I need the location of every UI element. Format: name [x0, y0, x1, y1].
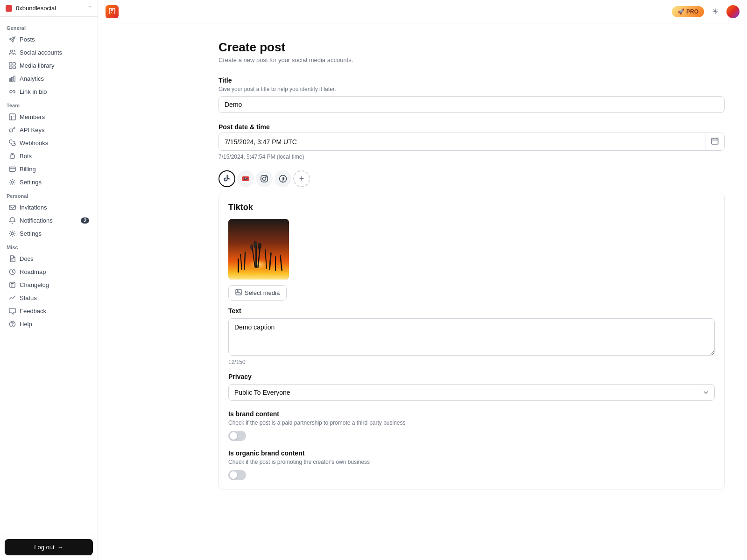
feedback-icon: [8, 307, 16, 315]
link-icon: [8, 88, 16, 95]
mail-icon: [8, 203, 16, 211]
layout-icon: [8, 113, 16, 120]
platform-tab-youtube[interactable]: [237, 170, 254, 187]
logout-button[interactable]: Log out →: [5, 539, 93, 555]
header-avatar: [106, 5, 119, 18]
privacy-select[interactable]: Public To Everyone Friends Only Private: [228, 384, 715, 401]
brand-content-toggle[interactable]: [228, 431, 246, 441]
sidebar-item-analytics[interactable]: Analytics: [2, 72, 96, 85]
title-input[interactable]: [218, 96, 725, 113]
svg-rect-41: [236, 289, 241, 295]
settings-icon: [8, 178, 16, 186]
sidebar-item-settings[interactable]: Settings: [2, 175, 96, 189]
sidebar-item-status[interactable]: Status: [2, 291, 96, 304]
sidebar-item-changelog[interactable]: Changelog: [2, 278, 96, 291]
svg-point-23: [263, 177, 266, 181]
sidebar-nav: General Posts Social accounts Media libr…: [0, 17, 98, 534]
workspace-chevron-icon: ⌃: [88, 5, 92, 11]
sidebar-item-feedback[interactable]: Feedback: [2, 304, 96, 317]
datetime-input[interactable]: [219, 134, 705, 150]
sidebar-item-link-in-bio-label: Link in bio: [20, 88, 47, 95]
select-media-label: Select media: [245, 289, 280, 296]
sidebar-item-media-library-label: Media library: [20, 62, 54, 69]
svg-point-42: [237, 291, 238, 292]
svg-rect-7: [14, 76, 15, 81]
title-section: Title Give your post a title to help you…: [218, 77, 725, 113]
sidebar-item-posts-label: Posts: [20, 36, 35, 43]
sidebar-item-bots[interactable]: Bots: [2, 149, 96, 162]
sidebar-item-notifications-label: Notifications: [20, 217, 53, 224]
sidebar-item-docs-label: Docs: [20, 255, 34, 262]
calendar-icon[interactable]: [705, 133, 724, 150]
svg-rect-1: [9, 62, 12, 65]
sidebar-item-help[interactable]: Help: [2, 317, 96, 330]
send-icon: [8, 35, 16, 43]
sidebar-item-social-accounts[interactable]: Social accounts: [2, 46, 96, 59]
page-title: Create post: [218, 40, 725, 55]
platform-tab-tiktok[interactable]: [218, 170, 235, 187]
header: 🚀 PRO ☀: [98, 0, 747, 23]
svg-rect-19: [712, 138, 718, 144]
sidebar-item-roadmap[interactable]: Roadmap: [2, 265, 96, 278]
sun-icon: ☀: [712, 7, 719, 16]
platform-tab-add[interactable]: +: [293, 170, 310, 187]
billing-icon: [8, 165, 16, 173]
sidebar-item-settings-personal[interactable]: Settings: [2, 227, 96, 240]
svg-rect-2: [13, 62, 15, 65]
workspace-icon: [6, 5, 12, 12]
sidebar-item-docs[interactable]: Docs: [2, 252, 96, 265]
organic-brand-section: Is organic brand content Check if the po…: [228, 449, 715, 480]
notifications-badge: 2: [81, 217, 89, 224]
logout-icon: →: [57, 544, 63, 551]
user-avatar[interactable]: [726, 5, 740, 18]
svg-point-0: [10, 50, 13, 52]
sidebar-item-bots-label: Bots: [20, 153, 32, 160]
platform-card: Tiktok: [218, 193, 725, 490]
svg-rect-11: [9, 167, 15, 171]
sidebar-item-billing[interactable]: Billing: [2, 162, 96, 175]
users-icon: [8, 49, 16, 56]
svg-rect-3: [9, 66, 12, 69]
organic-brand-toggle[interactable]: [228, 470, 246, 480]
platform-tab-facebook[interactable]: [275, 170, 291, 187]
sidebar-item-posts[interactable]: Posts: [2, 33, 96, 46]
title-hint: Give your post a title to help you ident…: [218, 86, 725, 92]
logout-label: Log out: [34, 544, 54, 551]
sidebar-item-invitations[interactable]: Invitations: [2, 201, 96, 214]
sidebar-item-notifications[interactable]: Notifications 2: [2, 214, 96, 227]
svg-rect-6: [11, 77, 13, 81]
text-textarea[interactable]: Demo caption: [228, 318, 715, 356]
platform-tab-instagram[interactable]: [256, 170, 273, 187]
title-label: Title: [218, 77, 725, 84]
sidebar-item-billing-label: Billing: [20, 166, 36, 173]
brand-content-hint: Check if the post is a paid partnership …: [228, 420, 715, 426]
sidebar-item-help-label: Help: [20, 321, 32, 328]
theme-toggle-button[interactable]: ☀: [708, 4, 723, 19]
workspace-selector[interactable]: 0xbundlesocial ⌃: [0, 0, 98, 17]
help-icon: [8, 320, 16, 328]
sidebar-item-webhooks-label: Webhooks: [20, 140, 48, 147]
char-count: 12/150: [228, 359, 715, 365]
sidebar-item-link-in-bio[interactable]: Link in bio: [2, 85, 96, 98]
sidebar-item-media-library[interactable]: Media library: [2, 59, 96, 72]
sidebar-item-feedback-label: Feedback: [20, 308, 46, 315]
general-section-label: General: [0, 21, 98, 33]
sidebar-item-social-accounts-label: Social accounts: [20, 49, 62, 56]
select-media-button[interactable]: Select media: [228, 285, 287, 301]
misc-section-label: Misc: [0, 240, 98, 252]
sidebar-footer: Log out →: [0, 534, 98, 560]
sidebar-item-invitations-label: Invitations: [20, 204, 47, 211]
grid-icon: [8, 62, 16, 69]
sidebar-item-webhooks[interactable]: Webhooks: [2, 136, 96, 149]
svg-rect-10: [10, 154, 14, 158]
datetime-label: Post date & time: [218, 123, 725, 131]
webhook-icon: [8, 139, 16, 147]
pro-badge[interactable]: 🚀 PRO: [672, 6, 704, 17]
changelog-icon: [8, 281, 16, 288]
svg-point-12: [11, 181, 14, 183]
sidebar-item-members[interactable]: Members: [2, 110, 96, 123]
personal-section-label: Personal: [0, 189, 98, 201]
organic-brand-hint: Check if the post is promoting the creat…: [228, 459, 715, 465]
rocket-icon: 🚀: [677, 8, 684, 15]
sidebar-item-api-keys[interactable]: API Keys: [2, 123, 96, 136]
